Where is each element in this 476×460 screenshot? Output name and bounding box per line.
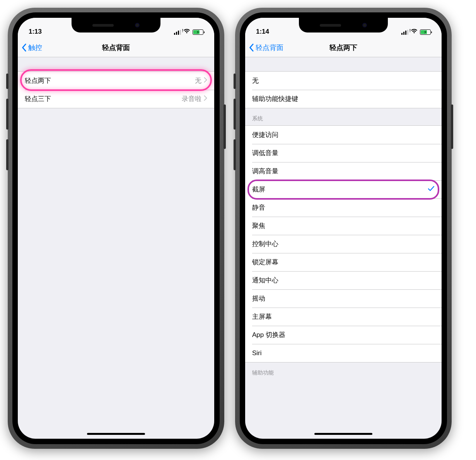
row-label: 轻点三下 xyxy=(25,94,182,103)
content-area: 轻点两下 无 轻点三下 录音啦 xyxy=(18,57,214,108)
row-label: 主屏幕 xyxy=(252,312,435,321)
nav-bar: 轻点背面 轻点两下 xyxy=(245,38,442,57)
row-label: 聚焦 xyxy=(252,221,435,230)
mute-switch xyxy=(234,74,236,89)
back-label: 触控 xyxy=(28,43,42,52)
screen-left: 1:13 ! ⚡︎ xyxy=(18,18,214,439)
row-label: 轻点两下 xyxy=(25,76,195,85)
option-home[interactable]: 主屏幕 xyxy=(245,308,442,326)
mute-switch xyxy=(6,74,9,89)
option-siri[interactable]: Siri xyxy=(245,344,442,362)
screen-right: 1:14 ! ⚡︎ xyxy=(245,18,442,439)
option-accessibility-shortcut[interactable]: 辅助功能快捷键 xyxy=(245,90,442,108)
option-notification-center[interactable]: 通知中心 xyxy=(245,271,442,289)
row-label: 调低音量 xyxy=(252,149,435,157)
volume-up-button xyxy=(234,99,236,130)
option-volume-up[interactable]: 调高音量 xyxy=(245,162,442,180)
chevron-left-icon xyxy=(249,43,254,52)
chevron-right-icon xyxy=(204,77,207,84)
cellular-signal-icon: ! xyxy=(174,30,181,35)
home-indicator[interactable] xyxy=(314,433,372,435)
phone-frame-left: 1:13 ! ⚡︎ xyxy=(8,8,224,449)
page-title: 轻点两下 xyxy=(329,43,357,52)
cellular-signal-icon: ! xyxy=(401,30,408,35)
group-header-accessibility: 辅助功能 xyxy=(245,363,442,380)
row-label: 摇动 xyxy=(252,294,435,303)
power-button xyxy=(451,104,453,149)
row-value: 录音啦 xyxy=(182,94,201,103)
option-none[interactable]: 无 xyxy=(245,72,442,90)
clock-label: 1:14 xyxy=(256,28,269,36)
front-camera xyxy=(362,23,367,27)
group-system: 便捷访问 调低音量 调高音量 截屏 静音 聚焦 控制中心 锁定屏幕 通知中心 摇… xyxy=(245,125,442,363)
option-lock-screen[interactable]: 锁定屏幕 xyxy=(245,253,442,271)
row-label: 截屏 xyxy=(252,185,428,194)
notch xyxy=(299,18,388,32)
row-label: App 切换器 xyxy=(252,330,435,339)
row-label: 无 xyxy=(252,76,435,85)
option-reachability[interactable]: 便捷访问 xyxy=(245,126,442,144)
row-label: 锁定屏幕 xyxy=(252,258,435,267)
row-label: 静音 xyxy=(252,203,435,212)
power-button xyxy=(223,104,226,149)
option-shake[interactable]: 摇动 xyxy=(245,289,442,308)
option-volume-down[interactable]: 调低音量 xyxy=(245,144,442,162)
row-value: 无 xyxy=(195,76,201,85)
row-label: 调高音量 xyxy=(252,167,435,176)
page-title: 轻点背面 xyxy=(102,43,130,52)
option-mute[interactable]: 静音 xyxy=(245,198,442,217)
volume-down-button xyxy=(234,139,236,170)
front-camera xyxy=(135,23,140,27)
group-top: 无 辅助功能快捷键 xyxy=(245,71,442,108)
speaker-grill xyxy=(320,24,341,27)
nav-bar: 触控 轻点背面 xyxy=(18,38,214,57)
checkmark-icon xyxy=(428,186,435,193)
wifi-icon xyxy=(411,29,418,36)
clock-label: 1:13 xyxy=(29,28,42,36)
row-double-tap[interactable]: 轻点两下 无 xyxy=(18,72,214,90)
battery-charging-icon: ⚡︎ xyxy=(193,29,203,35)
notch xyxy=(72,18,160,32)
speaker-grill xyxy=(92,24,114,27)
volume-down-button xyxy=(6,139,9,170)
settings-group: 轻点两下 无 轻点三下 录音啦 xyxy=(18,71,214,108)
chevron-left-icon xyxy=(22,43,27,52)
option-control-center[interactable]: 控制中心 xyxy=(245,235,442,253)
row-label: 控制中心 xyxy=(252,239,435,248)
row-triple-tap[interactable]: 轻点三下 录音啦 xyxy=(18,90,214,108)
back-button[interactable]: 轻点背面 xyxy=(245,43,283,52)
option-spotlight[interactable]: 聚焦 xyxy=(245,217,442,235)
chevron-right-icon xyxy=(204,95,207,103)
back-button[interactable]: 触控 xyxy=(18,43,42,52)
option-app-switcher[interactable]: App 切换器 xyxy=(245,326,442,344)
option-screenshot[interactable]: 截屏 xyxy=(245,180,442,198)
volume-up-button xyxy=(6,99,9,130)
row-label: 便捷访问 xyxy=(252,130,435,139)
phone-frame-right: 1:14 ! ⚡︎ xyxy=(235,8,452,449)
row-label: Siri xyxy=(252,349,435,357)
row-label: 通知中心 xyxy=(252,276,435,285)
back-label: 轻点背面 xyxy=(256,43,283,52)
home-indicator[interactable] xyxy=(87,433,145,435)
row-label: 辅助功能快捷键 xyxy=(252,94,435,103)
group-header-system: 系统 xyxy=(245,108,442,125)
content-area: 无 辅助功能快捷键 系统 便捷访问 调低音量 调高音量 截屏 xyxy=(245,57,442,380)
battery-charging-icon: ⚡︎ xyxy=(420,29,431,35)
wifi-icon xyxy=(183,29,190,36)
